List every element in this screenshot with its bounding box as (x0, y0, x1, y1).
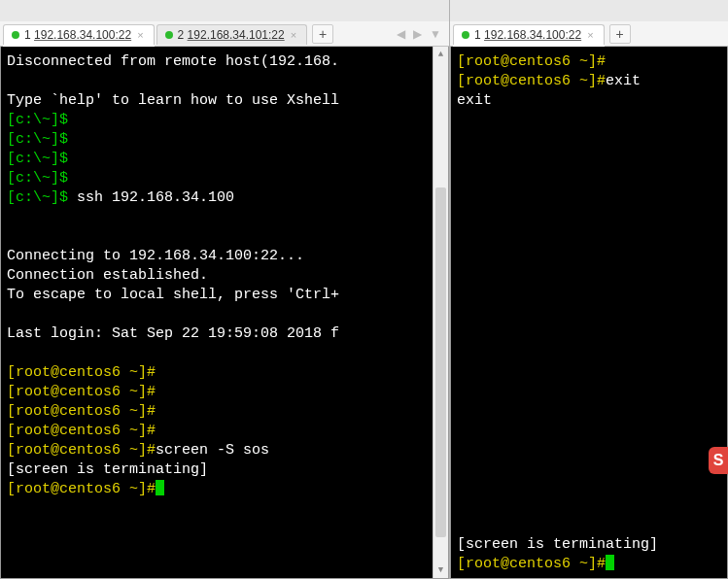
terminal-line: [root@centos6 ~]#screen -S sos (7, 441, 442, 460)
scroll-up-icon[interactable]: ▲ (433, 47, 448, 62)
terminal-text: [root@centos6 ~]# (7, 384, 156, 400)
terminal-line: [c:\~]$ (7, 130, 442, 150)
terminal-text: [c:\~]$ (7, 170, 68, 187)
terminal-text: ssh 192.168.34.100 (77, 189, 234, 206)
terminal-line (7, 227, 442, 247)
cursor (606, 555, 614, 570)
cursor (156, 480, 164, 495)
badge-letter: S (713, 452, 724, 469)
terminal-text: [root@centos6 ~]# (457, 556, 606, 572)
tab-2[interactable]: 2 192.168.34.101:22 × (156, 24, 308, 45)
terminal-text: screen -S sos (156, 442, 269, 459)
terminal-text: [root@centos6 ~]# (457, 53, 606, 70)
terminal-line: [c:\~]$ (7, 169, 442, 188)
scroll-down-icon[interactable]: ▼ (433, 562, 448, 578)
status-dot-icon (165, 31, 173, 39)
terminal-line (7, 208, 442, 227)
terminal-line: Type `help' to learn how to use Xshell (7, 91, 442, 111)
status-dot-icon (462, 31, 469, 39)
terminal-text: [c:\~]$ (7, 189, 77, 206)
tab-index: 2 (178, 28, 185, 42)
scroll-thumb[interactable] (435, 187, 446, 538)
terminal-line: [root@centos6 ~]# (7, 363, 442, 383)
terminal-line (7, 305, 442, 324)
status-dot-icon (12, 31, 19, 39)
terminal-text: exit (457, 92, 492, 109)
terminal-text: [root@centos6 ~]# (7, 364, 156, 381)
terminal-line: exit (457, 91, 721, 111)
terminal-text: Connecting to 192.168.34.100:22... (7, 248, 304, 264)
terminal-text: [c:\~]$ (7, 151, 68, 167)
left-pane: 1 192.168.34.100:22 × 2 192.168.34.101:2… (0, 0, 449, 579)
toolbar-gap (0, 0, 449, 21)
terminal-line: [root@centos6 ~]# (7, 383, 442, 402)
terminal-line: [root@centos6 ~]# (7, 402, 442, 422)
terminal-text: [c:\~]$ (7, 131, 68, 148)
tab-prev-icon[interactable]: ◀ (397, 27, 405, 41)
terminal-line: [c:\~]$ ssh 192.168.34.100 (7, 188, 442, 208)
terminal-line: [root@centos6 ~]# (7, 480, 442, 499)
right-pane: 1 192.168.34.100:22 × + [root@centos6 ~]… (449, 0, 728, 579)
terminal-line: To escape to local shell, press 'Ctrl+ (7, 286, 442, 305)
terminal-line: [screen is terminating] (7, 460, 442, 480)
terminal-line: [root@centos6 ~]# (457, 52, 721, 72)
toolbar-gap (450, 0, 728, 21)
terminal-line: [c:\~]$ (7, 111, 442, 130)
input-method-badge[interactable]: S (709, 447, 728, 474)
tab-label: 192.168.34.100:22 (34, 28, 131, 42)
terminal-output-top: [root@centos6 ~]#[root@centos6 ~]#exitex… (457, 52, 721, 111)
tab-label: 192.168.34.101:22 (188, 28, 285, 42)
terminal-text: [screen is terminating] (7, 461, 208, 478)
close-icon[interactable]: × (137, 30, 143, 41)
new-tab-button[interactable]: + (609, 24, 631, 44)
tab-1[interactable]: 1 192.168.34.100:22 × (453, 24, 605, 45)
terminal-text: To escape to local shell, press 'Ctrl+ (7, 287, 339, 303)
terminal-right[interactable]: [root@centos6 ~]#[root@centos6 ~]#exitex… (450, 47, 728, 579)
terminal-output-bottom: [screen is terminating][root@centos6 ~]# (457, 535, 721, 574)
terminal-text: [screen is terminating] (457, 536, 658, 553)
terminal-line: [root@centos6 ~]# (457, 555, 721, 574)
tab-1[interactable]: 1 192.168.34.100:22 × (3, 24, 155, 45)
terminal-text: Last login: Sat Sep 22 19:59:08 2018 f (7, 325, 339, 342)
tab-index: 1 (474, 28, 481, 42)
terminal-line: Connecting to 192.168.34.100:22... (7, 247, 442, 266)
close-icon[interactable]: × (587, 30, 593, 41)
tab-bar-right[interactable]: 1 192.168.34.100:22 × + (450, 21, 728, 47)
scrollbar-vertical[interactable]: ▲ ▼ (433, 47, 448, 578)
terminal-text: Disconnected from remote host(192.168. (7, 53, 339, 70)
terminal-text: [c:\~]$ (7, 112, 68, 128)
terminal-text: Connection established. (7, 267, 208, 284)
tab-next-icon[interactable]: ▶ (413, 27, 422, 41)
terminal-text: [root@centos6 ~]# (7, 423, 156, 439)
terminal-text: [root@centos6 ~]# (7, 403, 156, 420)
terminal-text: [root@centos6 ~]# (457, 73, 606, 89)
app-container: 1 192.168.34.100:22 × 2 192.168.34.101:2… (0, 0, 728, 579)
terminal-line: Connection established. (7, 266, 442, 286)
new-tab-button[interactable]: + (312, 24, 333, 44)
tab-nav-buttons: ◀ ▶ ▼ (397, 27, 449, 41)
terminal-line: [root@centos6 ~]#exit (457, 72, 721, 91)
terminal-text: exit (606, 73, 641, 89)
terminal-line: [c:\~]$ (7, 150, 442, 169)
tab-index: 1 (24, 28, 31, 42)
scroll-track[interactable] (433, 62, 448, 562)
tab-bar-left[interactable]: 1 192.168.34.100:22 × 2 192.168.34.101:2… (0, 21, 449, 47)
terminal-text: [root@centos6 ~]# (7, 442, 156, 459)
terminal-line: [root@centos6 ~]# (7, 422, 442, 441)
close-icon[interactable]: × (291, 30, 296, 41)
tab-menu-icon[interactable]: ▼ (430, 27, 441, 41)
terminal-line (7, 344, 442, 363)
terminal-line: Last login: Sat Sep 22 19:59:08 2018 f (7, 324, 442, 344)
terminal-line: Disconnected from remote host(192.168. (7, 52, 442, 72)
tab-label: 192.168.34.100:22 (484, 28, 581, 42)
terminal-text: [root@centos6 ~]# (7, 481, 156, 497)
terminal-line: [screen is terminating] (457, 535, 721, 555)
terminal-line (7, 72, 442, 91)
terminal-text: Type `help' to learn how to use Xshell (7, 92, 339, 109)
terminal-left[interactable]: Disconnected from remote host(192.168. T… (0, 47, 449, 579)
